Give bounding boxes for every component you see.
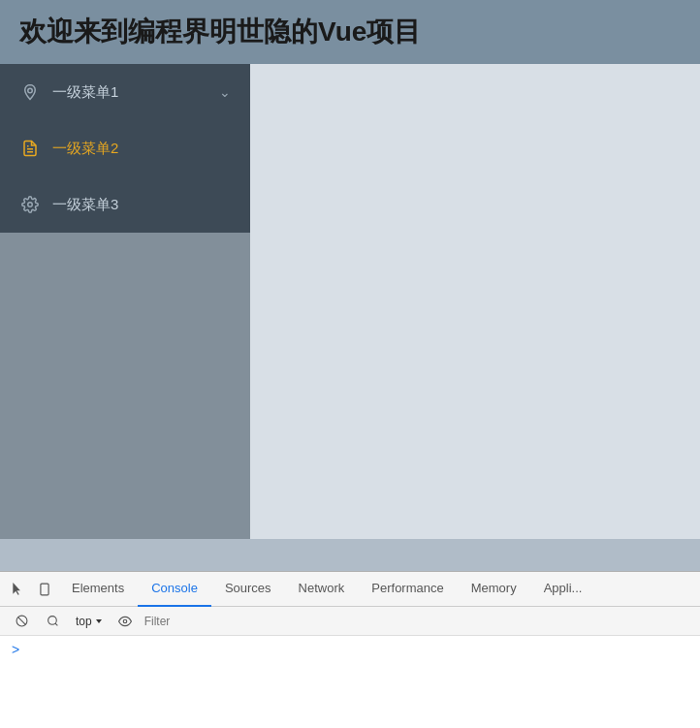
chevron-down-icon: ⌄ — [219, 84, 231, 100]
devtools-caret: > — [12, 642, 19, 657]
sidebar-item-menu2[interactable]: 一级菜单2 — [0, 120, 250, 176]
svg-point-11 — [123, 619, 127, 623]
sidebar-item-menu3[interactable]: 一级菜单3 — [0, 176, 250, 233]
sidebar-item-menu1[interactable]: 一级菜单1 ⌄ — [0, 64, 250, 120]
tab-application[interactable]: Appli... — [530, 572, 596, 607]
devtools-eye-icon[interactable] — [113, 610, 137, 633]
content-area — [250, 64, 700, 539]
sidebar-item-label-menu1: 一级菜单1 — [52, 83, 219, 102]
tab-sources[interactable]: Sources — [211, 572, 285, 607]
app-title: 欢迎来到编程界明世隐的Vue项目 — [19, 14, 421, 50]
devtools-filter-input[interactable] — [141, 613, 692, 630]
sidebar: 一级菜单1 ⌄ 一级菜单2 — [0, 64, 250, 539]
sidebar-item-label-menu2: 一级菜单2 — [52, 140, 231, 158]
svg-point-3 — [28, 203, 33, 207]
separator-band — [0, 539, 700, 571]
devtools-panel: Elements Console Sources Network Perform… — [0, 571, 700, 728]
devtools-tabs: Elements Console Sources Network Perform… — [0, 572, 700, 607]
devtools-cursor-icon[interactable] — [4, 576, 31, 603]
devtools-prompt-line[interactable]: > — [12, 642, 688, 657]
svg-line-7 — [17, 617, 25, 625]
tab-network[interactable]: Network — [285, 572, 359, 607]
sidebar-item-label-menu3: 一级菜单3 — [52, 196, 231, 214]
svg-point-0 — [28, 88, 33, 93]
svg-point-8 — [48, 617, 56, 625]
devtools-top-selector[interactable]: top — [70, 613, 110, 630]
svg-marker-10 — [96, 619, 102, 623]
tab-elements[interactable]: Elements — [58, 572, 138, 607]
devtools-secondary-toolbar: top — [0, 607, 700, 636]
tab-console[interactable]: Console — [138, 572, 211, 607]
devtools-clear-icon[interactable] — [8, 608, 35, 635]
location-icon — [19, 81, 41, 103]
devtools-console-content: > — [0, 636, 700, 728]
devtools-filter-toggle-icon[interactable] — [39, 608, 66, 635]
app-header: 欢迎来到编程界明世隐的Vue项目 — [0, 0, 700, 64]
devtools-device-icon[interactable] — [31, 576, 58, 603]
svg-rect-4 — [41, 584, 48, 595]
app-main: 一级菜单1 ⌄ 一级菜单2 — [0, 64, 700, 539]
tab-memory[interactable]: Memory — [458, 572, 530, 607]
svg-line-9 — [55, 623, 57, 625]
sidebar-bottom-filler — [0, 233, 250, 539]
tab-performance[interactable]: Performance — [358, 572, 457, 607]
gear-icon — [19, 194, 41, 215]
file-icon — [19, 138, 41, 159]
